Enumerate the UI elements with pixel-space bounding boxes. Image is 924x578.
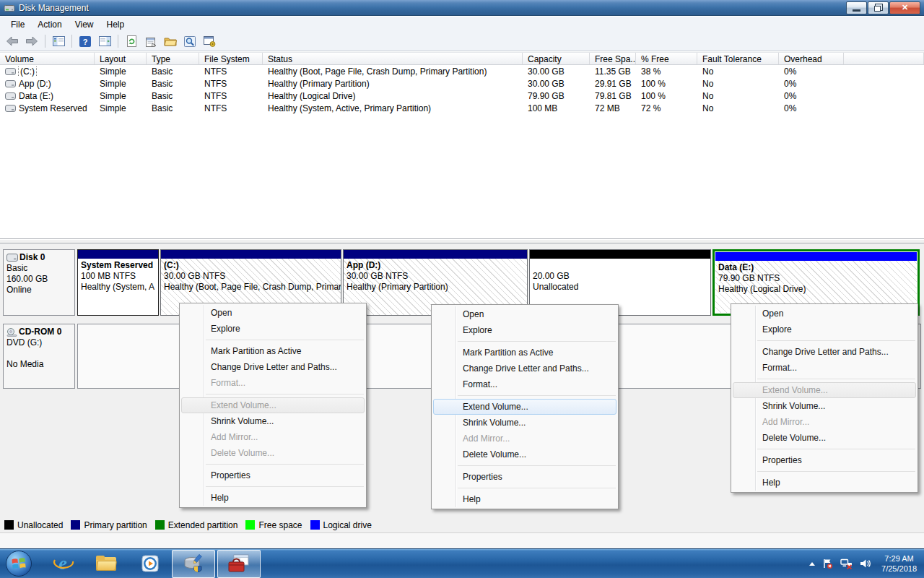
col-freespace[interactable]: Free Spa...	[590, 53, 636, 64]
col-layout[interactable]: Layout	[95, 53, 147, 64]
menu-item-extend-volume: Extend Volume...	[181, 397, 365, 413]
context-menu-d-drive: Open Explore Mark Partition as Active Ch…	[431, 304, 619, 509]
col-volume[interactable]: Volume	[0, 53, 95, 64]
properties-icon[interactable]	[141, 33, 160, 50]
menu-item-open[interactable]: Open	[733, 306, 916, 322]
col-status[interactable]: Status	[263, 53, 523, 64]
cdrom-header[interactable]: CD-ROM 0 DVD (G:) No Media	[3, 324, 75, 389]
back-icon[interactable]	[3, 33, 22, 50]
toolbar-separator	[118, 35, 118, 48]
menu-item-explore[interactable]: Explore	[181, 321, 365, 337]
menu-item-change-drive-letter[interactable]: Change Drive Letter and Paths...	[433, 361, 616, 376]
disk0-kind: Basic	[6, 263, 71, 274]
menu-item-properties[interactable]: Properties	[433, 469, 616, 485]
refresh-icon[interactable]	[122, 33, 141, 50]
menu-item-extend-volume: Extend Volume...	[733, 382, 916, 398]
app-icon	[4, 3, 15, 13]
table-row[interactable]: Data (E:) Simple Basic NTFS Healthy (Log…	[0, 90, 924, 102]
restore-button[interactable]	[868, 1, 889, 14]
volume-icon[interactable]	[860, 558, 871, 569]
help-icon[interactable]: ?	[76, 33, 95, 50]
menu-help[interactable]: Help	[100, 18, 131, 31]
pane-splitter[interactable]	[0, 238, 924, 243]
legend-label: Logical drive	[323, 520, 372, 530]
menu-item-extend-volume[interactable]: Extend Volume...	[433, 399, 616, 415]
windows-explorer-icon[interactable]	[85, 549, 128, 578]
find-icon[interactable]	[180, 33, 199, 50]
table-row[interactable]: System Reserved Simple Basic NTFS Health…	[0, 102, 924, 114]
disk-icon	[6, 254, 18, 262]
menu-item-explore[interactable]: Explore	[433, 322, 616, 338]
legend-swatch-unallocated	[4, 520, 14, 530]
menu-item-format[interactable]: Format...	[433, 376, 616, 392]
open-folder-icon[interactable]	[161, 33, 180, 50]
menu-item-delete-volume: Delete Volume...	[181, 445, 365, 461]
minimize-button[interactable]	[846, 1, 867, 14]
table-row[interactable]: (C:) Simple Basic NTFS Healthy (Boot, Pa…	[0, 65, 924, 77]
legend-label: Free space	[258, 520, 302, 530]
col-filesystem[interactable]: File System	[199, 53, 263, 64]
col-type[interactable]: Type	[147, 53, 199, 64]
menu-item-properties[interactable]: Properties	[181, 467, 365, 483]
manage-computer-icon[interactable]	[200, 33, 219, 50]
menu-item-shrink-volume[interactable]: Shrink Volume...	[733, 398, 916, 414]
clock-date: 7/25/2018	[881, 564, 917, 574]
media-player-icon[interactable]	[128, 549, 172, 578]
svg-text:?: ?	[83, 38, 88, 46]
menu-item-help[interactable]: Help	[181, 490, 365, 506]
hidden-icons-arrow[interactable]	[809, 562, 815, 566]
menu-item-help[interactable]: Help	[733, 475, 916, 491]
volume-icon	[5, 105, 16, 112]
menu-action[interactable]: Action	[31, 18, 68, 31]
internet-explorer-icon[interactable]: e	[42, 549, 85, 578]
menu-item-open[interactable]: Open	[181, 305, 365, 321]
menu-bar: File Action View Help	[0, 17, 924, 32]
col-faulttolerance[interactable]: Fault Tolerance	[697, 53, 779, 64]
start-button[interactable]	[6, 551, 32, 577]
legend-swatch-primary	[71, 520, 80, 530]
menu-item-format: Format...	[181, 375, 365, 391]
svg-text:e: e	[58, 553, 67, 574]
show-console-tree-icon[interactable]	[49, 33, 68, 50]
disk0-header[interactable]: Disk 0 Basic 160.00 GB Online	[3, 249, 75, 316]
close-button[interactable]: ✕	[889, 1, 920, 14]
network-disconnected-icon[interactable]	[840, 558, 853, 569]
col-pctfree[interactable]: % Free	[636, 53, 697, 64]
menu-item-delete-volume[interactable]: Delete Volume...	[433, 447, 616, 462]
menu-item-add-mirror: Add Mirror...	[433, 431, 616, 447]
toolbar: ?	[0, 32, 924, 51]
legend-label: Unallocated	[17, 520, 63, 530]
forward-icon[interactable]	[22, 33, 41, 50]
disk-management-taskbar-button[interactable]	[172, 550, 215, 578]
admin-toolbox-taskbar-button[interactable]	[217, 550, 261, 578]
menu-item-delete-volume[interactable]: Delete Volume...	[733, 430, 916, 446]
taskbar-clock[interactable]: 7:29 AM 7/25/2018	[879, 553, 917, 574]
menu-item-format[interactable]: Format...	[733, 360, 916, 376]
menu-item-shrink-volume[interactable]: Shrink Volume...	[181, 413, 365, 429]
menu-item-mark-partition-active[interactable]: Mark Partition as Active	[433, 345, 616, 361]
menu-item-open[interactable]: Open	[433, 306, 616, 322]
menu-item-change-drive-letter[interactable]: Change Drive Letter and Paths...	[733, 344, 916, 360]
cdrom-kind: DVD (G:)	[6, 337, 71, 348]
menu-item-properties[interactable]: Properties	[733, 452, 916, 468]
action-center-flag-icon[interactable]	[822, 558, 833, 569]
menu-file[interactable]: File	[4, 18, 31, 31]
partition-system-reserved[interactable]: System Reserved 100 MB NTFS Healthy (Sys…	[77, 249, 159, 316]
menu-item-explore[interactable]: Explore	[733, 322, 916, 337]
toolbar-separator	[71, 35, 72, 48]
menu-item-shrink-volume[interactable]: Shrink Volume...	[433, 415, 616, 431]
col-overhead[interactable]: Overhead	[779, 53, 844, 64]
legend-swatch-extended	[155, 520, 165, 530]
show-action-pane-icon[interactable]	[95, 33, 114, 50]
menu-view[interactable]: View	[69, 18, 100, 31]
legend: Unallocated Primary partition Extended p…	[0, 517, 924, 532]
menu-item-help[interactable]: Help	[433, 491, 616, 507]
menu-item-change-drive-letter[interactable]: Change Drive Letter and Paths...	[181, 359, 365, 375]
table-row[interactable]: App (D:) Simple Basic NTFS Healthy (Prim…	[0, 77, 924, 90]
col-capacity[interactable]: Capacity	[523, 53, 590, 64]
menu-item-mark-partition-active[interactable]: Mark Partition as Active	[181, 343, 365, 359]
volume-icon	[5, 80, 16, 87]
legend-swatch-logical	[310, 520, 320, 530]
disk0-status: Online	[6, 285, 71, 296]
status-bar	[0, 532, 924, 548]
